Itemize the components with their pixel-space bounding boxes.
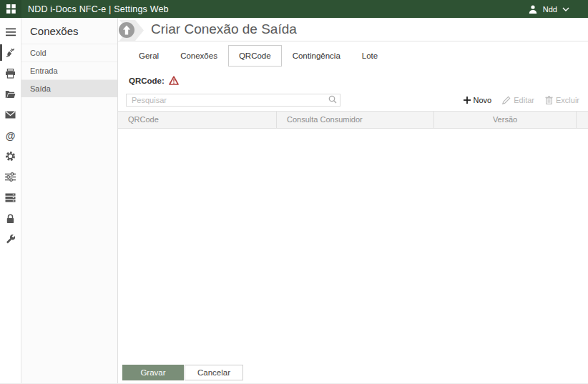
rail-menu-button[interactable] bbox=[0, 21, 21, 42]
plus-icon bbox=[464, 97, 471, 104]
sidebar-item-cold[interactable]: Cold bbox=[21, 44, 117, 61]
rail-settings-button[interactable] bbox=[0, 146, 21, 167]
sidebar: Conexões Cold Entrada Saída bbox=[21, 18, 118, 384]
icon-rail: @ bbox=[0, 18, 21, 384]
search-input[interactable] bbox=[126, 94, 340, 107]
waffle-icon bbox=[6, 4, 16, 14]
search-box bbox=[126, 93, 340, 107]
sidebar-item-saida[interactable]: Saída bbox=[21, 79, 117, 97]
column-header-consulta-consumidor[interactable]: Consulta Consumidor bbox=[277, 112, 434, 128]
mail-icon bbox=[5, 111, 16, 119]
topbar: NDD i-Docs NFC-e | Settings Web Ndd bbox=[0, 0, 588, 18]
plug-icon bbox=[5, 47, 16, 58]
lock-icon bbox=[6, 214, 15, 224]
at-icon: @ bbox=[6, 131, 16, 141]
tab-conexoes[interactable]: Conexões bbox=[170, 45, 228, 67]
new-button[interactable]: Novo bbox=[464, 96, 492, 104]
main-content: Criar Conexão de Saída Geral Conexões QR… bbox=[118, 18, 588, 384]
column-header-qrcode[interactable]: QRCode bbox=[118, 112, 277, 128]
chevron-down-icon bbox=[562, 7, 569, 11]
output-arrow-icon bbox=[118, 19, 147, 41]
sidebar-item-entrada[interactable]: Entrada bbox=[21, 61, 117, 79]
tab-geral[interactable]: Geral bbox=[128, 45, 170, 67]
apps-waffle-button[interactable] bbox=[0, 0, 21, 18]
rail-printer-button[interactable] bbox=[0, 63, 21, 84]
edit-pencil-icon bbox=[502, 96, 511, 104]
rail-at-button[interactable]: @ bbox=[0, 125, 21, 146]
qrcode-section-label: QRCode: bbox=[129, 77, 165, 85]
trash-icon bbox=[545, 96, 553, 104]
rail-filters-button[interactable] bbox=[0, 167, 21, 187]
user-icon bbox=[528, 4, 538, 14]
server-icon bbox=[5, 193, 16, 202]
edit-button[interactable]: Editar bbox=[502, 96, 534, 104]
printer-icon bbox=[5, 69, 16, 79]
sliders-icon bbox=[5, 172, 16, 182]
tab-lote[interactable]: Lote bbox=[351, 45, 388, 67]
rail-server-button[interactable] bbox=[0, 187, 21, 208]
folder-icon bbox=[5, 89, 16, 99]
tab-bar: Geral Conexões QRCode Contingência Lote bbox=[128, 45, 588, 67]
rail-tools-button[interactable] bbox=[0, 229, 21, 250]
cancel-button[interactable]: Cancelar bbox=[185, 365, 243, 380]
table-body-empty bbox=[118, 129, 588, 384]
footer-actions: Gravar Cancelar bbox=[122, 365, 243, 380]
page-title: Criar Conexão de Saída bbox=[151, 21, 297, 37]
tab-qrcode[interactable]: QRCode bbox=[228, 45, 282, 67]
table-header: QRCode Consulta Consumidor Versão bbox=[118, 111, 588, 129]
gear-icon bbox=[5, 151, 16, 162]
column-header-versao[interactable]: Versão bbox=[434, 112, 577, 128]
save-button[interactable]: Gravar bbox=[122, 365, 184, 380]
search-icon[interactable] bbox=[328, 95, 337, 104]
grid-toolbar: Novo Editar bbox=[126, 93, 579, 107]
rail-connections-button[interactable] bbox=[0, 42, 21, 63]
warning-icon bbox=[169, 76, 179, 85]
wrench-icon bbox=[6, 235, 16, 245]
page-header: Criar Conexão de Saída bbox=[118, 18, 588, 41]
app-title: NDD i-Docs NFC-e | Settings Web bbox=[28, 4, 169, 14]
rail-security-button[interactable] bbox=[0, 208, 21, 229]
user-name: Ndd bbox=[543, 5, 557, 14]
app-window: NDD i-Docs NFC-e | Settings Web Ndd bbox=[0, 0, 588, 384]
sidebar-title: Conexões bbox=[21, 18, 117, 44]
rail-folder-button[interactable] bbox=[0, 84, 21, 104]
user-menu[interactable]: Ndd bbox=[528, 4, 569, 14]
tab-contingencia[interactable]: Contingência bbox=[282, 45, 351, 67]
delete-button[interactable]: Excluir bbox=[545, 96, 579, 104]
toolbar-actions: Novo Editar bbox=[464, 96, 579, 104]
qrcode-section-header: QRCode: bbox=[129, 76, 588, 85]
column-header-spacer bbox=[577, 112, 588, 128]
rail-mail-button[interactable] bbox=[0, 104, 21, 125]
menu-icon bbox=[6, 28, 16, 36]
